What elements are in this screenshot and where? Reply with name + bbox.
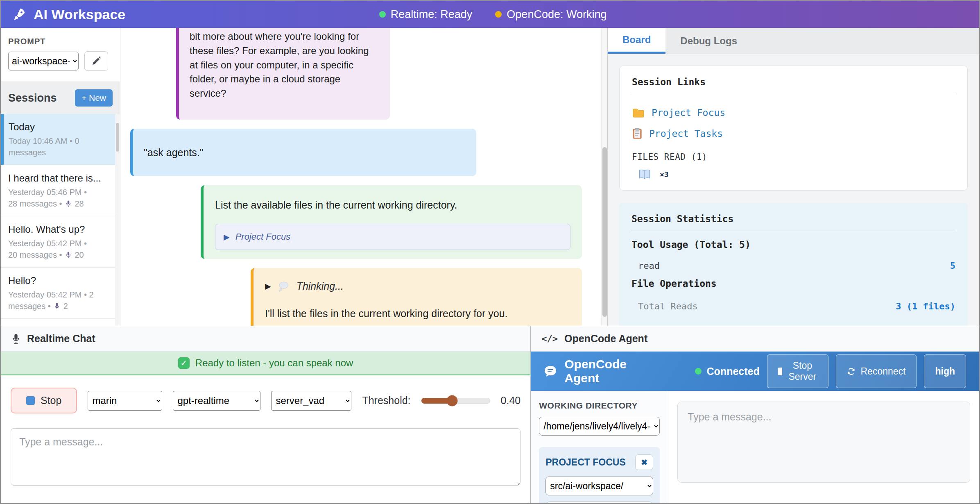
rocket-icon bbox=[13, 7, 27, 21]
chat-scrollbar[interactable] bbox=[601, 28, 607, 326]
stat-row-total-reads: Total Reads 3 (1 files) bbox=[631, 301, 955, 311]
link-project-tasks[interactable]: Project Tasks bbox=[632, 123, 955, 144]
mic-icon bbox=[53, 302, 61, 310]
tool-usage-heading: Tool Usage (Total: 5) bbox=[631, 239, 955, 250]
app-title: AI Workspace bbox=[13, 7, 125, 23]
session-list: Today Today 10:46 AM • 0 messages I hear… bbox=[1, 114, 120, 326]
connection-status: Connected bbox=[695, 366, 760, 377]
session-item[interactable]: Hello? Yesterday 05:42 PM • 2 messages •… bbox=[1, 268, 120, 319]
prompt-section: PROMPT ai-workspace-rela bbox=[1, 28, 120, 82]
thought-bubble-icon bbox=[278, 281, 290, 292]
threshold-label: Threshold: bbox=[362, 395, 410, 406]
opencode-panel: </> OpenCode Agent OpenCode Agent Connec… bbox=[531, 326, 979, 503]
threshold-slider-thumb[interactable] bbox=[447, 395, 458, 406]
book-icon bbox=[638, 169, 651, 179]
session-links-card: Session Links Project Focus Project Task… bbox=[619, 66, 968, 191]
opencode-status-label: OpenCode: Working bbox=[507, 8, 607, 21]
project-focus-box: PROJECT FOCUS ✖ src/ai-workspace/ src/ai… bbox=[539, 447, 660, 504]
app-title-text: AI Workspace bbox=[34, 7, 125, 23]
new-session-button[interactable]: + New bbox=[75, 89, 113, 107]
opencode-composer bbox=[668, 391, 979, 503]
board-tabbar: Board Debug Logs bbox=[608, 28, 979, 54]
clipboard-icon bbox=[633, 128, 642, 139]
realtime-message-input[interactable] bbox=[11, 428, 521, 486]
session-list-scrollbar[interactable] bbox=[115, 114, 120, 326]
microphone-icon bbox=[11, 334, 20, 344]
realtime-panel-title: Realtime Chat bbox=[27, 333, 95, 345]
agent-message: ▶ Thinking... I'll list the files in the… bbox=[251, 268, 582, 326]
realtime-status: Realtime: Ready bbox=[379, 8, 473, 21]
connected-dot bbox=[695, 368, 702, 375]
realtime-status-label: Realtime: Ready bbox=[391, 8, 473, 21]
model-select[interactable]: gpt-realtime bbox=[173, 391, 260, 411]
realtime-chat-panel: Realtime Chat ✓ Ready to listen - you ca… bbox=[1, 326, 531, 503]
realtime-status-dot bbox=[379, 11, 386, 18]
reconnect-button[interactable]: Reconnect bbox=[836, 354, 917, 388]
stop-button[interactable]: Stop bbox=[11, 388, 77, 413]
voice-select[interactable]: marin bbox=[88, 391, 162, 411]
folder-icon bbox=[633, 108, 644, 118]
files-read-label: FILES READ (1) bbox=[632, 152, 955, 162]
opencode-agent-bar: OpenCode Agent Connected Stop Server Rec… bbox=[531, 352, 979, 391]
stop-icon bbox=[778, 368, 782, 375]
project-focus-title: PROJECT FOCUS bbox=[545, 457, 626, 468]
chat-area: bit more about where you're looking for … bbox=[120, 28, 607, 326]
prompt-select[interactable]: ai-workspace-rela bbox=[8, 52, 79, 70]
file-operations-heading: File Operations bbox=[631, 278, 955, 289]
opencode-message-input[interactable] bbox=[677, 402, 970, 483]
chevron-right-icon: ▶ bbox=[265, 281, 271, 292]
app-window: AI Workspace Realtime: Ready OpenCode: W… bbox=[0, 0, 980, 504]
sessions-header: Sessions + New bbox=[1, 82, 120, 114]
assistant-message: bit more about where you're looking for … bbox=[176, 28, 390, 120]
session-item[interactable]: Yesterday Yesterday 05:41 PM • 0 message… bbox=[1, 319, 120, 326]
sidebar: PROMPT ai-workspace-rela Sessio bbox=[1, 28, 120, 326]
session-item-today[interactable]: Today Today 10:46 AM • 0 messages bbox=[1, 114, 120, 165]
working-directory-select[interactable]: /home/jens/lively4/lively4-core bbox=[539, 417, 660, 436]
opencode-status-dot bbox=[495, 11, 502, 18]
opencode-config-column: WORKING DIRECTORY /home/jens/lively4/liv… bbox=[531, 391, 668, 503]
prompt-label: PROMPT bbox=[8, 37, 113, 46]
mic-icon bbox=[65, 200, 72, 207]
thinking-toggle[interactable]: ▶ Thinking... bbox=[265, 279, 570, 293]
tab-debug-logs[interactable]: Debug Logs bbox=[665, 28, 752, 54]
session-item[interactable]: Hello. What's up? Yesterday 05:42 PM • 2… bbox=[1, 216, 120, 268]
working-directory-label: WORKING DIRECTORY bbox=[539, 401, 660, 411]
mic-icon bbox=[65, 251, 72, 259]
opencode-panel-header: </> OpenCode Agent bbox=[531, 326, 979, 352]
ready-banner-text: Ready to listen - you can speak now bbox=[195, 357, 353, 369]
realtime-composer bbox=[11, 428, 521, 487]
chevron-right-icon: ▶ bbox=[224, 232, 230, 243]
session-links-title: Session Links bbox=[632, 77, 955, 94]
refresh-icon bbox=[847, 367, 856, 376]
top-header: AI Workspace Realtime: Ready OpenCode: W… bbox=[1, 1, 979, 28]
opencode-status: OpenCode: Working bbox=[495, 8, 607, 21]
status-group: Realtime: Ready OpenCode: Working bbox=[125, 8, 860, 21]
file-read-item[interactable]: ×3 bbox=[632, 169, 955, 179]
sessions-title: Sessions bbox=[8, 92, 57, 104]
stop-server-button[interactable]: Stop Server bbox=[767, 354, 829, 388]
user-command-message: List the available files in the current … bbox=[201, 185, 582, 259]
realtime-panel-header: Realtime Chat bbox=[1, 326, 530, 352]
ready-banner: ✓ Ready to listen - you can speak now bbox=[1, 352, 530, 375]
close-button[interactable]: ✖ bbox=[635, 454, 653, 470]
code-icon: </> bbox=[541, 334, 558, 344]
focus-path-select[interactable]: src/ai-workspace/ bbox=[545, 477, 653, 495]
session-statistics-card: Session Statistics Tool Usage (Total: 5)… bbox=[619, 203, 968, 329]
focus-url-input[interactable] bbox=[545, 501, 653, 504]
vad-mode-select[interactable]: server_vad bbox=[271, 391, 351, 411]
session-item[interactable]: I heard that there is... Yesterday 05:46… bbox=[1, 165, 120, 216]
reasoning-effort-button[interactable]: high bbox=[924, 354, 966, 388]
opencode-agent-title: OpenCode Agent bbox=[564, 357, 651, 385]
stat-row-read: read 5 bbox=[631, 261, 955, 271]
speech-bubble-icon bbox=[544, 365, 557, 377]
project-focus-toggle[interactable]: ▶ Project Focus bbox=[215, 224, 570, 250]
threshold-slider[interactable] bbox=[421, 398, 490, 404]
link-project-focus[interactable]: Project Focus bbox=[632, 102, 955, 123]
user-voice-message: "ask agents." bbox=[130, 129, 476, 176]
edit-prompt-button[interactable] bbox=[84, 51, 108, 71]
threshold-value: 0.40 bbox=[501, 395, 521, 406]
session-statistics-title: Session Statistics bbox=[631, 213, 955, 231]
pencil-icon bbox=[91, 56, 101, 66]
board-panel: Board Debug Logs Session Links Project F… bbox=[607, 28, 979, 326]
tab-board[interactable]: Board bbox=[608, 28, 665, 54]
